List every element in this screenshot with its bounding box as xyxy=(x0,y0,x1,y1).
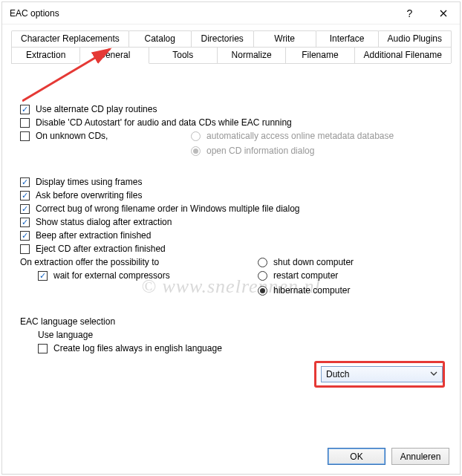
checkbox-log-english[interactable] xyxy=(38,344,48,353)
language-select-value: Dutch xyxy=(326,369,349,379)
tab-general[interactable]: General xyxy=(79,47,149,64)
label-display-frames: Display times using frames xyxy=(36,177,142,187)
checkbox-beep[interactable] xyxy=(20,231,30,241)
radio-unknown-auto xyxy=(191,131,201,141)
checkbox-eject[interactable] xyxy=(20,244,30,254)
tab-panel-general: © www.snelrennen.nl Use alternate CD pla… xyxy=(2,64,460,442)
label-unknown-cds: On unknown CDs, xyxy=(36,131,108,141)
label-unknown-auto: automatically access online metadata dat… xyxy=(206,131,394,141)
checkbox-ask-overwrite[interactable] xyxy=(20,191,30,200)
tab-row-1: Character Replacements Catalog Directori… xyxy=(11,30,451,47)
tab-audio-plugins[interactable]: Audio Plugins xyxy=(378,30,452,47)
tab-character-replacements[interactable]: Character Replacements xyxy=(11,30,129,47)
label-beep: Beep after extraction finished xyxy=(36,230,151,241)
close-icon xyxy=(440,10,447,17)
tab-additional-filename[interactable]: Additional Filename xyxy=(354,47,452,63)
radio-hibernate[interactable] xyxy=(258,286,267,296)
label-disable-autostart: Disable 'CD Autostart' for audio and dat… xyxy=(36,117,292,128)
chevron-down-icon xyxy=(430,369,437,379)
label-correct-bug: Correct bug of wrong filename order in W… xyxy=(36,203,300,214)
label-language-section: EAC language selection xyxy=(20,316,115,327)
label-hibernate: hibernate computer xyxy=(273,285,350,296)
tab-strip: Character Replacements Catalog Directori… xyxy=(11,30,451,64)
label-wait-compressors: wait for external compressors xyxy=(53,270,170,281)
close-button[interactable] xyxy=(426,2,460,25)
radio-unknown-open xyxy=(191,146,201,156)
cancel-button[interactable]: Annuleren xyxy=(391,448,449,465)
language-select[interactable]: Dutch xyxy=(321,366,443,382)
checkbox-unknown-cds[interactable] xyxy=(20,131,30,141)
tab-write[interactable]: Write xyxy=(253,30,316,47)
window-title: EAC options xyxy=(10,8,393,19)
dialog-window: EAC options ? Character Replacements Cat… xyxy=(1,1,461,475)
label-eject: Eject CD after extraction finished xyxy=(36,244,166,254)
label-show-status: Show status dialog after extraction xyxy=(36,217,172,227)
label-on-extraction-offer: On extraction offer the possibility to xyxy=(20,257,159,267)
dialog-button-bar: OK Annuleren xyxy=(2,442,460,474)
tab-directories[interactable]: Directories xyxy=(191,30,254,47)
label-unknown-open: open CD information dialog xyxy=(206,146,314,156)
label-use-language: Use language xyxy=(38,330,93,340)
tab-interface[interactable]: Interface xyxy=(316,30,379,47)
highlight-language-select: Dutch xyxy=(314,361,445,388)
checkbox-show-status[interactable] xyxy=(20,218,30,227)
tab-row-2: Extraction General Tools Normalize Filen… xyxy=(11,47,451,63)
label-shutdown: shut down computer xyxy=(273,257,354,267)
titlebar: EAC options ? xyxy=(2,2,460,25)
ok-button[interactable]: OK xyxy=(328,448,385,465)
tab-extraction[interactable]: Extraction xyxy=(11,47,80,63)
tab-normalize[interactable]: Normalize xyxy=(217,47,286,63)
checkbox-correct-bug[interactable] xyxy=(20,204,30,214)
label-ask-overwrite: Ask before overwriting files xyxy=(36,190,142,200)
tab-tools[interactable]: Tools xyxy=(149,47,218,63)
cancel-button-label: Annuleren xyxy=(400,451,441,462)
radio-shutdown[interactable] xyxy=(258,258,267,267)
label-alt-routines: Use alternate CD play routines xyxy=(36,104,157,114)
tab-catalog[interactable]: Catalog xyxy=(128,30,192,47)
checkbox-wait-compressors[interactable] xyxy=(38,271,48,281)
help-button[interactable]: ? xyxy=(393,2,426,25)
tab-filename[interactable]: Filename xyxy=(285,47,354,63)
radio-restart[interactable] xyxy=(258,271,267,281)
checkbox-display-frames[interactable] xyxy=(20,177,30,187)
label-log-english: Create log files always in english langu… xyxy=(53,343,222,353)
checkbox-disable-autostart[interactable] xyxy=(20,118,30,128)
label-restart: restart computer xyxy=(273,270,338,281)
checkbox-alt-routines[interactable] xyxy=(20,105,30,114)
ok-button-label: OK xyxy=(350,451,362,462)
